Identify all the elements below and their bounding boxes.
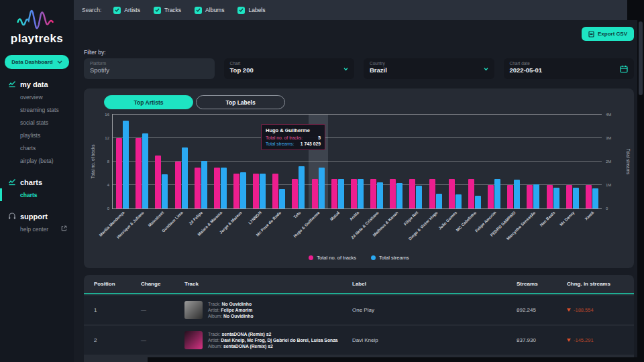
bar-group[interactable]: Diego & Victor Hugo	[426, 115, 445, 208]
streams-bar[interactable]	[299, 166, 305, 208]
sidebar-item-charts[interactable]: charts	[0, 188, 74, 201]
platform-field[interactable]: Platform Spotify	[84, 58, 215, 79]
search-option-tracks[interactable]: Tracks	[154, 7, 181, 14]
tracks-bar[interactable]	[292, 179, 298, 208]
tracks-bar[interactable]	[331, 179, 337, 208]
tracks-bar[interactable]	[449, 179, 455, 208]
streams-bar[interactable]	[319, 168, 325, 208]
bar-group[interactable]: João Gomes	[445, 115, 465, 208]
sidebar-item-airplay-beta-[interactable]: airplay (beta)	[0, 154, 74, 167]
bar-group[interactable]: Zé Neto & Cristiano	[367, 115, 386, 208]
sidebar-item-streaming-stats[interactable]: streaming stats	[0, 103, 74, 116]
tracks-bar[interactable]	[527, 185, 533, 208]
checkbox-tracks[interactable]	[154, 7, 161, 14]
bar-group[interactable]: Matuê	[328, 115, 347, 208]
tracks-bar[interactable]	[233, 174, 239, 209]
tracks-bar[interactable]	[429, 179, 435, 208]
search-option-artists[interactable]: Artists	[113, 7, 140, 14]
bar-group[interactable]: Marcynho Sensação	[523, 115, 543, 208]
streams-bar[interactable]	[377, 182, 383, 208]
table-row[interactable]: 2—Track: sentaDONA (Remix) s2Artist: Dav…	[84, 326, 634, 355]
bar-group[interactable]: Marília Mendonça	[113, 115, 132, 208]
chart-select[interactable]: Chart Top 200	[224, 58, 355, 79]
streams-bar[interactable]	[494, 179, 500, 208]
streams-bar[interactable]	[123, 121, 129, 208]
checkbox-labels[interactable]	[237, 7, 245, 14]
tracks-bar[interactable]	[155, 156, 161, 208]
bar-group[interactable]: Mainstreet	[152, 115, 171, 208]
data-dashboard-button[interactable]: Data Dashboard	[5, 55, 69, 69]
streams-bar[interactable]	[514, 180, 520, 208]
bar-group[interactable]: Zé Felipe	[191, 115, 211, 208]
export-csv-button[interactable]: Export CSV	[582, 27, 634, 41]
bar-group[interactable]: Felipe Amorim	[484, 115, 504, 208]
horizontal-scrollbar[interactable]	[148, 357, 637, 362]
tracks-bar[interactable]	[566, 185, 572, 208]
scrollbar-thumb[interactable]	[639, 21, 643, 95]
search-option-labels[interactable]: Labels	[237, 7, 265, 14]
streams-bar[interactable]	[338, 179, 344, 208]
bar-group[interactable]: Gusttavo Lima	[171, 115, 191, 208]
legend-item[interactable]: Total no. of tracks	[309, 255, 356, 261]
tracks-bar[interactable]	[586, 185, 592, 208]
tracks-bar[interactable]	[116, 138, 122, 208]
bar-group[interactable]: Mc Danny	[563, 115, 582, 208]
tracks-bar[interactable]	[488, 185, 494, 208]
streams-bar[interactable]	[553, 188, 559, 209]
streams-bar[interactable]	[475, 196, 481, 208]
sidebar-item-social-stats[interactable]: social stats	[0, 116, 74, 129]
bar-group[interactable]: MC Cabelinho	[465, 115, 484, 208]
bar-group[interactable]: Anitta	[347, 115, 367, 208]
sidebar-item-help-center[interactable]: help center	[0, 223, 74, 235]
streams-bar[interactable]	[240, 172, 246, 208]
streams-bar[interactable]	[455, 194, 462, 208]
streams-bar[interactable]	[279, 189, 285, 208]
calendar-icon[interactable]	[620, 65, 628, 73]
tracks-bar[interactable]	[195, 168, 201, 208]
tracks-bar[interactable]	[253, 174, 259, 209]
streams-bar[interactable]	[142, 133, 148, 208]
legend-item[interactable]: Total streams	[371, 255, 409, 261]
streams-bar[interactable]	[573, 188, 579, 208]
vertical-scrollbar[interactable]	[637, 0, 644, 362]
tab-top-labels[interactable]: Top Labels	[196, 95, 285, 109]
tracks-bar[interactable]	[468, 179, 474, 208]
tracks-bar[interactable]	[312, 179, 318, 208]
streams-bar[interactable]	[358, 179, 364, 208]
tracks-bar[interactable]	[390, 179, 396, 208]
bar-group[interactable]: Jorge & Mateus	[230, 115, 250, 208]
bar-group[interactable]: Neo Beats	[543, 115, 562, 208]
streams-bar[interactable]	[260, 174, 266, 209]
bar-group[interactable]: Matheus & Kauan	[386, 115, 406, 208]
sidebar-item-overview[interactable]: overview	[0, 90, 74, 103]
streams-bar[interactable]	[201, 161, 207, 208]
streams-bar[interactable]	[182, 147, 188, 208]
bar-group[interactable]: Maiara & Maraisa	[211, 115, 230, 208]
tracks-bar[interactable]	[370, 179, 376, 208]
bar-group[interactable]: Henrique & Juliano	[132, 115, 152, 208]
tracks-bar[interactable]	[136, 138, 142, 208]
tracks-bar[interactable]	[351, 179, 357, 208]
tracks-bar[interactable]	[214, 168, 220, 208]
streams-bar[interactable]	[221, 168, 227, 208]
tab-top-artists[interactable]: Top Artists	[104, 95, 193, 109]
streams-bar[interactable]	[416, 186, 422, 208]
streams-bar[interactable]	[396, 183, 402, 208]
bar-group[interactable]: Xamã	[582, 115, 602, 208]
search-option-albums[interactable]: Albums	[195, 7, 224, 14]
checkbox-albums[interactable]	[195, 7, 202, 14]
bar-group[interactable]: PEDRO SAMPAIO	[504, 115, 523, 208]
tracks-bar[interactable]	[175, 162, 181, 208]
tracks-bar[interactable]	[547, 185, 553, 208]
tracks-bar[interactable]	[272, 174, 278, 209]
chart-date-field[interactable]: Chart date 2022-05-01	[504, 58, 635, 79]
streams-bar[interactable]	[162, 174, 168, 208]
sidebar-item-playlists[interactable]: playlists	[0, 129, 74, 141]
table-row[interactable]: 1—Track: No OuvidinhoArtist: Felipe Amor…	[84, 296, 634, 324]
streams-bar[interactable]	[533, 184, 539, 208]
bar-group[interactable]: Filipe Ret	[406, 115, 425, 208]
streams-bar[interactable]	[592, 188, 598, 208]
sidebar-item-charts[interactable]: charts	[0, 141, 74, 154]
country-select[interactable]: Country Brazil	[364, 58, 494, 79]
tracks-bar[interactable]	[409, 179, 415, 208]
